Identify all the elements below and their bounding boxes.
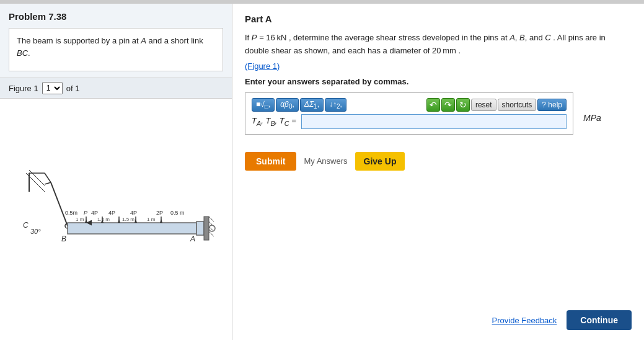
svg-line-3 — [29, 170, 45, 186]
redo-button[interactable]: ↷ — [441, 98, 455, 112]
svg-line-19 — [209, 231, 214, 236]
svg-text:4P: 4P — [108, 210, 115, 216]
svg-text:1.5 m: 1.5 m — [97, 217, 110, 222]
svg-line-6 — [45, 182, 51, 184]
figure-link[interactable]: (Figure 1) — [245, 61, 632, 71]
desc-text-1: The beam is supported by a pin at A and … — [17, 36, 203, 45]
svg-text:0.5m: 0.5m — [65, 210, 77, 216]
problem-text-1: If P = 16 kN , determine the average she… — [245, 32, 632, 58]
sqrt-button[interactable]: ■√□, — [252, 98, 275, 112]
shortcuts-button[interactable]: shortcuts — [498, 99, 537, 111]
figure-selector-bar: Figure 1 1 of 1 — [0, 78, 232, 98]
reset-label: reset — [475, 101, 492, 109]
figure-select[interactable]: 1 — [42, 82, 63, 94]
arrows-button[interactable]: ↓↑2, — [325, 98, 346, 112]
desc-text-2: BC. — [17, 48, 30, 58]
svg-rect-13 — [68, 223, 196, 234]
delta-button[interactable]: ΔΣ1, — [300, 98, 324, 112]
toolbar-row: ■√□, αβ0, ΔΣ1, ↓↑2, ↶ — [252, 98, 567, 112]
svg-text:P: P — [84, 210, 87, 216]
part-label: Part A — [245, 14, 632, 24]
help-label: ? help — [542, 101, 562, 109]
main-layout: Problem 7.38 The beam is supported by a … — [0, 4, 644, 340]
help-button[interactable]: ? help — [537, 99, 567, 111]
alpha-button[interactable]: αβ0, — [276, 98, 299, 112]
enter-label: Enter your answers separated by commas. — [245, 77, 632, 86]
figure-svg-wrap: 30° C B A — [0, 99, 232, 340]
svg-rect-14 — [196, 221, 204, 235]
svg-text:C: C — [23, 221, 29, 230]
delta-icon: ΔΣ1, — [304, 100, 319, 110]
refresh-button[interactable]: ↻ — [456, 98, 470, 112]
svg-line-16 — [209, 217, 214, 221]
sqrt-icon: ■√□, — [256, 100, 270, 110]
problem-title: Problem 7.38 — [0, 4, 232, 28]
svg-text:B: B — [61, 235, 66, 243]
figure-label: Figure 1 — [9, 84, 38, 93]
of-label: of 1 — [66, 84, 80, 93]
action-row: Submit My Answers Give Up — [245, 152, 632, 171]
continue-button[interactable]: Continue — [567, 310, 632, 330]
equation-label: TA, TB, TC = — [252, 116, 296, 127]
reset-button[interactable]: reset — [471, 99, 496, 111]
svg-text:4P: 4P — [130, 210, 137, 216]
beam-diagram: 30° C B A — [11, 154, 221, 285]
svg-line-5 — [45, 173, 51, 182]
svg-line-4 — [29, 176, 42, 189]
shortcuts-label: shortcuts — [502, 101, 532, 109]
svg-text:1.5 m: 1.5 m — [122, 217, 135, 222]
undo-button[interactable]: ↶ — [426, 98, 440, 112]
svg-marker-37 — [85, 219, 87, 223]
svg-text:1 m: 1 m — [76, 217, 84, 222]
answer-box: ■√□, αβ0, ΔΣ1, ↓↑2, ↶ — [245, 92, 573, 135]
redo-icon: ↷ — [444, 100, 452, 110]
submit-button[interactable]: Submit — [245, 152, 296, 171]
feedback-link[interactable]: Provide Feedback — [492, 316, 557, 325]
svg-text:30°: 30° — [30, 228, 41, 235]
svg-text:1 m: 1 m — [147, 217, 156, 222]
svg-text:2P: 2P — [156, 210, 163, 216]
right-panel: Part A If P = 16 kN , determine the aver… — [232, 4, 644, 340]
svg-text:A: A — [190, 235, 195, 243]
svg-point-20 — [209, 225, 215, 231]
my-answers-label: My Answers — [304, 156, 347, 166]
svg-marker-39 — [118, 219, 120, 223]
svg-marker-41 — [160, 219, 162, 223]
answer-input[interactable] — [301, 114, 567, 129]
svg-text:4P: 4P — [91, 210, 98, 216]
problem-description-box: The beam is supported by a pin at A and … — [9, 28, 223, 71]
undo-icon: ↶ — [430, 100, 437, 110]
svg-text:0.5 m: 0.5 m — [170, 210, 185, 216]
input-row: TA, TB, TC = — [252, 114, 567, 129]
figure-area: 30° C B A — [0, 98, 232, 340]
unit-label: MPa — [583, 113, 601, 123]
refresh-icon: ↻ — [459, 100, 467, 110]
alpha-icon: αβ0, — [280, 100, 294, 110]
bottom-row: Provide Feedback Continue — [245, 310, 632, 330]
left-panel: Problem 7.38 The beam is supported by a … — [0, 4, 232, 340]
give-up-button[interactable]: Give Up — [355, 152, 405, 171]
arrows-icon: ↓↑2, — [329, 100, 342, 110]
svg-marker-40 — [135, 219, 137, 223]
svg-rect-15 — [204, 217, 209, 240]
svg-line-7 — [51, 182, 68, 226]
